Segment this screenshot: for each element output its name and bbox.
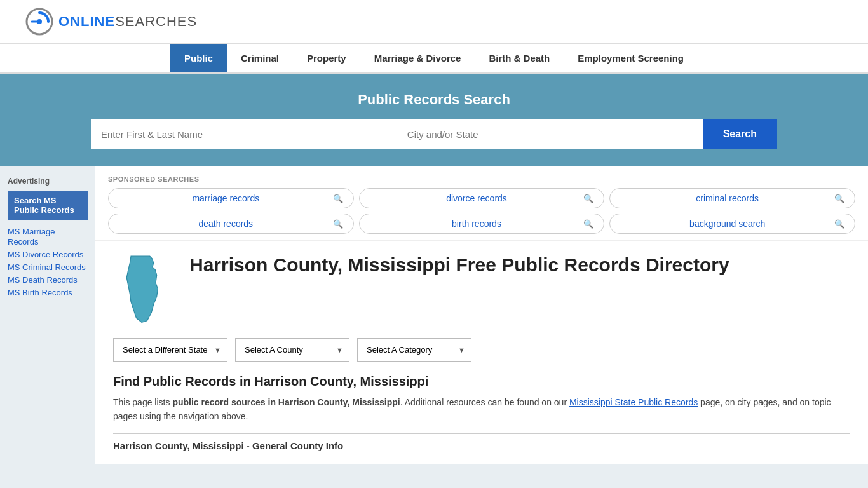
nav-criminal[interactable]: Criminal: [227, 44, 293, 72]
tag-marriage[interactable]: marriage records 🔍: [108, 188, 354, 208]
desc-text-2: . Additional resources can be found on o…: [400, 397, 569, 407]
sidebar-ad-label: Advertising: [8, 177, 88, 186]
search-tags-grid: marriage records 🔍 divorce records 🔍 cri…: [108, 188, 855, 234]
tag-death-link[interactable]: death records: [119, 219, 333, 229]
county-title-block: Harrison County, Mississippi Free Public…: [189, 254, 729, 280]
search-icon: 🔍: [333, 219, 343, 229]
county-header: Harrison County, Mississippi Free Public…: [113, 254, 850, 325]
tag-death[interactable]: death records 🔍: [108, 214, 354, 234]
sidebar: Advertising Search MS Public Records MS …: [0, 166, 95, 464]
list-item: MS Death Records: [8, 274, 88, 285]
dropdowns: Select a Different State Select A County…: [113, 338, 850, 362]
sidebar-link-divorce[interactable]: MS Divorce Records: [8, 250, 83, 259]
sponsored-section: SPONSORED SEARCHES marriage records 🔍 di…: [95, 166, 868, 241]
search-button[interactable]: Search: [703, 119, 777, 149]
name-input[interactable]: [91, 119, 397, 149]
site-header: ONLINE SEARCHES: [0, 0, 868, 44]
sidebar-link-marriage[interactable]: MS Marriage Records: [8, 227, 55, 247]
tag-divorce-link[interactable]: divorce records: [370, 193, 584, 203]
general-info-title: Harrison County, Mississippi - General C…: [113, 433, 850, 451]
sponsored-label: SPONSORED SEARCHES: [108, 175, 855, 183]
search-icon: 🔍: [333, 194, 343, 203]
county-dropdown-wrapper: Select A County: [235, 338, 349, 362]
county-content: Harrison County, Mississippi Free Public…: [95, 241, 868, 464]
main-nav: Public Criminal Property Marriage & Divo…: [0, 44, 868, 74]
desc-text-1: This page lists: [113, 397, 172, 407]
hero-title: Public Records Search: [25, 92, 843, 108]
category-dropdown[interactable]: Select A Category: [357, 338, 471, 362]
nav-employment[interactable]: Employment Screening: [564, 44, 698, 72]
county-main: Harrison County, Mississippi Free Public…: [113, 254, 850, 451]
hero-section: Public Records Search Search: [0, 74, 868, 166]
logo-searches-text: SEARCHES: [115, 15, 197, 29]
sidebar-link-birth[interactable]: MS Birth Records: [8, 288, 72, 297]
county-dropdown[interactable]: Select A County: [235, 338, 349, 362]
tag-birth[interactable]: birth records 🔍: [359, 214, 605, 234]
content-area: SPONSORED SEARCHES marriage records 🔍 di…: [95, 166, 868, 464]
find-title: Find Public Records in Harrison County, …: [113, 374, 850, 389]
find-description: This page lists public record sources in…: [113, 395, 850, 424]
state-records-link[interactable]: Mississippi State Public Records: [569, 397, 698, 407]
search-icon: 🔍: [834, 194, 844, 203]
sidebar-link-death[interactable]: MS Death Records: [8, 275, 78, 285]
nav-property[interactable]: Property: [293, 44, 360, 72]
sidebar-ad-box[interactable]: Search MS Public Records: [8, 191, 88, 220]
nav-marriage-divorce[interactable]: Marriage & Divorce: [360, 44, 475, 72]
county-title: Harrison County, Mississippi Free Public…: [189, 254, 729, 276]
tag-criminal-link[interactable]: criminal records: [620, 193, 834, 203]
list-item: MS Divorce Records: [8, 249, 88, 259]
sidebar-link-criminal[interactable]: MS Criminal Records: [8, 262, 86, 272]
search-bar: Search: [91, 119, 777, 149]
tag-divorce[interactable]: divorce records 🔍: [359, 188, 605, 208]
main-wrapper: Advertising Search MS Public Records MS …: [0, 166, 868, 464]
tag-background[interactable]: background search 🔍: [609, 214, 855, 234]
tag-criminal[interactable]: criminal records 🔍: [609, 188, 855, 208]
tag-marriage-link[interactable]: marriage records: [119, 193, 333, 203]
list-item: MS Birth Records: [8, 287, 88, 297]
category-dropdown-wrapper: Select A Category: [357, 338, 471, 362]
logo-icon: [25, 8, 53, 36]
search-icon: 🔍: [583, 219, 593, 229]
logo[interactable]: ONLINE SEARCHES: [25, 8, 197, 36]
logo-online-text: ONLINE: [58, 15, 115, 29]
desc-bold: public record sources in Harrison County…: [172, 397, 400, 407]
nav-birth-death[interactable]: Birth & Death: [475, 44, 564, 72]
sidebar-links: MS Marriage Records MS Divorce Records M…: [8, 226, 88, 297]
state-dropdown-wrapper: Select a Different State: [113, 338, 227, 362]
tag-background-link[interactable]: background search: [620, 219, 834, 229]
list-item: MS Criminal Records: [8, 262, 88, 272]
state-map: [113, 254, 177, 325]
location-input[interactable]: [397, 119, 703, 149]
search-icon: 🔍: [834, 219, 844, 229]
logo-text: ONLINE SEARCHES: [58, 15, 197, 29]
nav-public[interactable]: Public: [170, 44, 227, 72]
tag-birth-link[interactable]: birth records: [370, 219, 584, 229]
list-item: MS Marriage Records: [8, 226, 88, 247]
state-dropdown[interactable]: Select a Different State: [113, 338, 227, 362]
search-icon: 🔍: [583, 194, 593, 203]
